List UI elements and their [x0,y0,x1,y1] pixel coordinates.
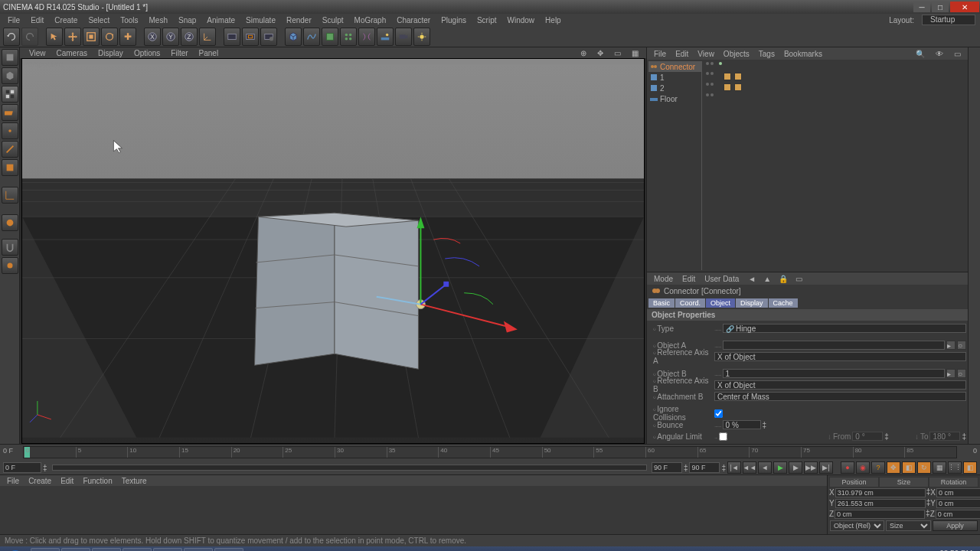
refb-field[interactable]: X of Object [714,380,966,390]
taskbar-ie[interactable] [31,548,60,551]
render-view-button[interactable] [224,28,240,46]
mat-menu-texture[interactable]: Texture [118,477,151,485]
menu-tools[interactable]: Tools [116,15,142,25]
menu-mograph[interactable]: MoGraph [350,15,391,25]
window-close-button[interactable]: ✕ [950,2,979,12]
menu-file[interactable]: File [3,15,24,25]
menu-character[interactable]: Character [392,15,435,25]
rigid-body-tag-icon[interactable] [734,83,742,91]
vp-menu-view[interactable]: View [24,49,51,57]
attach-field[interactable]: Center of Mass [714,392,966,401]
menu-simulate[interactable]: Simulate [241,15,280,25]
menu-select[interactable]: Select [83,15,114,25]
render-settings-button[interactable] [260,28,277,46]
size-y-field[interactable] [936,499,980,508]
rigid-body-tag-icon[interactable] [724,83,731,91]
environment-tool[interactable] [377,28,394,46]
anglim-checkbox[interactable] [719,432,727,441]
menu-sculpt[interactable]: Sculpt [318,15,348,25]
am-menu-userdata[interactable]: User Data [701,275,743,283]
refa-field[interactable]: X of Object [714,352,966,361]
taskbar-app2[interactable] [214,548,243,551]
z-axis-lock[interactable]: Z [181,28,198,46]
record-button[interactable]: ● [841,461,854,474]
bounce-field[interactable]: 0 % [723,420,761,429]
pos-z-field[interactable] [835,510,925,519]
size-x-field[interactable] [936,488,980,497]
om-maximize-icon[interactable]: ▭ [950,50,965,58]
texture-mode-button[interactable] [2,86,18,103]
pos-y-field[interactable] [835,499,926,508]
menu-mesh[interactable]: Mesh [145,15,172,25]
timeline-scrollbar[interactable] [52,465,647,471]
taskbar-app1[interactable] [153,548,182,551]
play-button[interactable]: ▶ [773,461,787,474]
tab-coord[interactable]: Coord. [675,298,705,308]
om-menu-edit[interactable]: Edit [671,50,692,58]
menu-window[interactable]: Window [503,15,540,25]
om-menu-bookmarks[interactable]: Bookmarks [780,50,826,58]
objb-field[interactable]: 1 [723,369,945,378]
undo-button[interactable] [3,28,20,46]
search-icon[interactable]: 🔍 [912,50,929,58]
vp-max-icon[interactable]: ▦ [627,49,643,57]
am-new-icon[interactable]: ▭ [792,275,806,283]
frame-start-field[interactable] [3,462,41,473]
polygon-mode-button[interactable] [2,159,18,176]
key-options-button[interactable]: ◧ [963,461,977,474]
menu-help[interactable]: Help [541,15,566,25]
taskbar-explorer[interactable] [92,548,121,551]
vp-menu-display[interactable]: Display [93,49,128,57]
taskbar-c4d[interactable] [184,548,213,551]
pos-mode-select[interactable]: Object (Rel) [830,520,884,531]
menu-render[interactable]: Render [282,15,316,25]
move-tool[interactable] [64,28,81,46]
menu-animate[interactable]: Animate [202,15,240,25]
prev-frame-button[interactable]: ◄ [758,461,772,474]
am-menu-edit[interactable]: Edit [678,275,699,283]
size-z-field[interactable] [936,510,980,519]
menu-script[interactable]: Script [472,15,501,25]
menu-edit[interactable]: Edit [26,15,48,25]
type-field[interactable]: 🔗 Hinge [723,324,966,333]
y-axis-lock[interactable]: Y [162,28,179,46]
tree-item-1[interactable]: 1 [648,72,701,83]
menu-create[interactable]: Create [50,15,82,25]
deformer-tool[interactable] [358,28,375,46]
tab-cache[interactable]: Cache [769,298,798,308]
make-editable-button[interactable] [2,49,18,66]
redo-button[interactable] [21,28,38,46]
next-frame-button[interactable]: ▶ [789,461,802,474]
keyframe-sel-button[interactable]: ? [871,461,885,474]
spline-tool[interactable] [303,28,320,46]
rigid-body-tag-icon[interactable] [734,73,742,80]
menu-snap[interactable]: Snap [174,15,201,25]
key-param-button[interactable]: ▦ [933,461,946,474]
viewport-solo-button[interactable] [2,214,18,231]
mat-menu-create[interactable]: Create [24,477,55,485]
objb-clear-button[interactable]: ○ [957,369,966,378]
tree-item-2[interactable]: 2 [648,83,701,93]
om-menu-tags[interactable]: Tags [755,50,779,58]
from-field[interactable]: 0 ° [852,432,883,441]
axis-button[interactable] [2,187,18,204]
ignore-checkbox[interactable] [714,409,723,418]
edge-mode-button[interactable] [2,141,18,158]
point-mode-button[interactable] [2,122,18,139]
am-back-icon[interactable]: ◄ [744,275,760,283]
mat-menu-function[interactable]: Function [79,477,116,485]
cube-primitive[interactable] [285,28,302,46]
window-min-button[interactable]: ─ [913,2,930,12]
workplane-button[interactable] [2,104,18,121]
apply-button[interactable]: Apply [933,520,978,531]
key-rot-button[interactable]: ↻ [917,461,931,474]
snap-button[interactable] [2,239,18,256]
vp-pan-icon[interactable]: ✥ [593,49,608,57]
window-max-button[interactable]: □ [932,2,949,12]
frame-total-field[interactable] [689,462,720,473]
tab-display[interactable]: Display [736,298,768,308]
am-lock-icon[interactable]: 🔒 [775,275,792,283]
menu-plugins[interactable]: Plugins [436,15,471,25]
frame-end-field[interactable] [652,462,682,473]
rotate-tool[interactable] [101,28,118,46]
